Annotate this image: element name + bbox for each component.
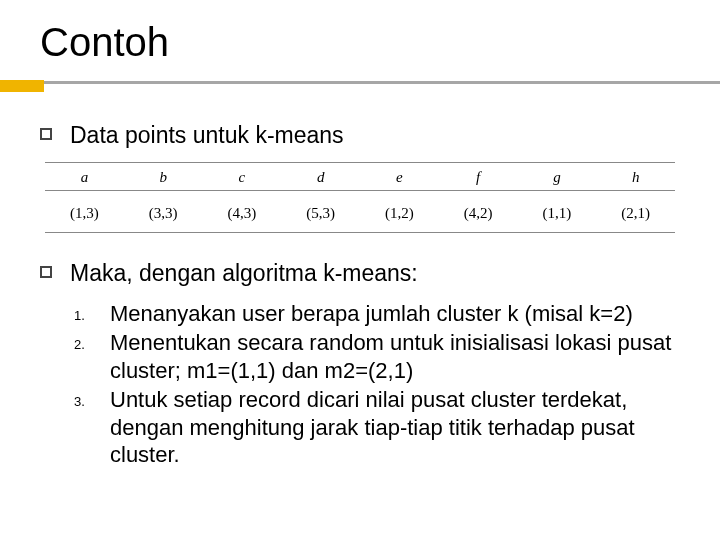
step-text: Menentukan secara random untuk inisialis… [110, 329, 680, 384]
cell-a: (1,3) [45, 205, 124, 222]
cell-f: (4,2) [439, 205, 518, 222]
divider-line [0, 81, 720, 84]
cell-d: (5,3) [281, 205, 360, 222]
step-3: 3. Untuk setiap record dicari nilai pusa… [74, 386, 680, 469]
cell-g: (1,1) [518, 205, 597, 222]
col-e: e [360, 169, 439, 190]
cell-b: (3,3) [124, 205, 203, 222]
col-b: b [124, 169, 203, 190]
table-header-row: a b c d e f g h [45, 169, 675, 190]
square-bullet-icon [40, 128, 52, 140]
bullet-text: Maka, dengan algoritma k-means: [70, 259, 418, 288]
col-d: d [281, 169, 360, 190]
square-bullet-icon [40, 266, 52, 278]
col-f: f [439, 169, 518, 190]
cell-c: (4,3) [203, 205, 282, 222]
bullet-text: Data points untuk k-means [70, 121, 344, 150]
bullet-item-1: Data points untuk k-means [40, 121, 680, 150]
step-text: Untuk setiap record dicari nilai pusat c… [110, 386, 680, 469]
table-data-row: (1,3) (3,3) (4,3) (5,3) (1,2) (4,2) (1,1… [45, 205, 675, 232]
bullet-item-2: Maka, dengan algoritma k-means: [40, 259, 680, 288]
data-table: a b c d e f g h (1,3) (3,3) (4,3) (5,3) … [45, 162, 675, 233]
slide-title: Contoh [0, 0, 720, 81]
step-number: 3. [74, 386, 110, 409]
col-g: g [518, 169, 597, 190]
step-2: 2. Menentukan secara random untuk inisia… [74, 329, 680, 384]
step-text: Menanyakan user berapa jumlah cluster k … [110, 300, 680, 328]
col-c: c [203, 169, 282, 190]
divider-accent [0, 80, 44, 92]
step-1: 1. Menanyakan user berapa jumlah cluster… [74, 300, 680, 328]
content-area: Data points untuk k-means a b c d e f g … [0, 121, 720, 469]
step-number: 1. [74, 300, 110, 323]
step-number: 2. [74, 329, 110, 352]
numbered-list: 1. Menanyakan user berapa jumlah cluster… [74, 300, 680, 469]
title-divider [0, 81, 720, 95]
col-h: h [596, 169, 675, 190]
col-a: a [45, 169, 124, 190]
cell-e: (1,2) [360, 205, 439, 222]
cell-h: (2,1) [596, 205, 675, 222]
